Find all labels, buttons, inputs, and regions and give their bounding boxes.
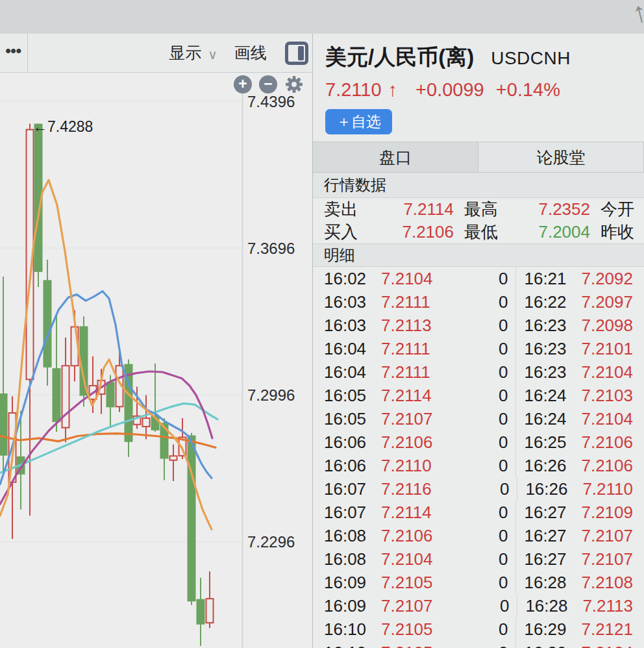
stat-value: 7.2004: [514, 222, 590, 242]
chart-canvas[interactable]: 7.43967.36967.29967.2296←7.4288: [0, 73, 312, 648]
tick-time: 16:23: [524, 316, 581, 336]
candle-body: [62, 366, 69, 427]
gear-icon[interactable]: [284, 75, 304, 94]
tick-volume: 0: [499, 362, 508, 382]
candle-body: [44, 280, 51, 367]
tick-time: 16:29: [524, 619, 581, 640]
stat-label: 买入: [324, 221, 381, 243]
tick-time: 16:09: [324, 573, 381, 593]
tick-row: 16:037.2111016:227.2097: [313, 290, 644, 314]
tick-time: 16:04: [324, 362, 381, 382]
tick-price: 7.2104: [581, 362, 633, 382]
cursor-arrow-icon: ↑: [628, 0, 644, 30]
tick-volume: 0: [499, 292, 508, 312]
tick-time: 16:06: [324, 456, 381, 476]
tick-time: 16:06: [324, 432, 381, 453]
price-change-percent: +0.14%: [496, 79, 560, 100]
candle-body: [170, 456, 177, 460]
candle-body: [107, 382, 114, 406]
tick-time: 16:10: [324, 643, 381, 648]
tick-row: 16:047.2111016:237.2104: [313, 360, 644, 384]
axis-tick-label: 7.4396: [247, 93, 295, 110]
tick-price: 7.2111: [381, 292, 452, 312]
tick-time: 16:30: [524, 643, 581, 648]
tick-row: 16:087.2106016:277.2107: [313, 524, 644, 547]
tick-time: 16:04: [324, 339, 381, 359]
tick-price: 7.2111: [381, 339, 452, 359]
tick-row: 16:067.2110016:267.2106: [313, 454, 644, 477]
tick-volume: 0: [499, 316, 508, 336]
tick-time: 16:02: [324, 269, 381, 289]
tick-price: 7.2107: [381, 596, 452, 616]
tick-row: 16:057.2114016:247.2103: [313, 384, 644, 407]
tick-time: 16:23: [524, 362, 581, 382]
tick-time: 16:08: [324, 549, 381, 569]
add-watchlist-button[interactable]: ＋自选: [325, 109, 392, 134]
tick-row: 16:097.2105016:287.2108: [313, 571, 644, 594]
quote-pane: 美元/人民币(离) USDCNH 7.2110↑ +0.0099 +0.14% …: [312, 34, 644, 648]
tick-volume: 0: [499, 339, 508, 359]
tick-time: 16:05: [324, 386, 381, 406]
zoom-in-button[interactable]: +: [234, 75, 252, 93]
draw-line-button[interactable]: 画线: [234, 42, 267, 64]
tick-price: 7.2104: [581, 409, 633, 429]
toolbar-divider: [27, 34, 28, 72]
tick-volume: 0: [499, 432, 508, 453]
more-options-button[interactable]: •••: [0, 42, 27, 64]
tab-forum[interactable]: 论股堂: [478, 142, 643, 172]
axis-tick-label: 7.3696: [247, 240, 295, 257]
tick-time: 16:27: [524, 549, 581, 569]
tick-volume: 0: [499, 549, 508, 569]
candle-body: [206, 599, 214, 623]
tick-price: 7.2121: [581, 619, 633, 640]
tick-time: 16:08: [324, 526, 381, 546]
right-panel-toggle-icon[interactable]: [285, 42, 308, 65]
chevron-down-icon[interactable]: ∨: [208, 47, 217, 62]
tick-volume: 0: [499, 409, 508, 429]
tick-price: 7.2124: [581, 643, 633, 648]
stat-value: 7.2114: [381, 199, 454, 219]
tick-row: 16:097.2107016:287.2113: [313, 594, 644, 617]
tick-volume: 0: [499, 503, 508, 523]
chart-toolbar: ••• 显示 ∨ 画线: [0, 34, 312, 73]
display-menu-button[interactable]: 显示: [169, 42, 201, 64]
stat-label: 最高: [464, 198, 514, 221]
tab-order-book[interactable]: 盘口: [313, 142, 478, 172]
tick-price: 7.2116: [381, 479, 452, 499]
market-stat-row: 买入7.2106最低7.2004昨收: [313, 221, 644, 243]
candle-body: [143, 418, 150, 427]
tick-table[interactable]: 16:027.2104016:217.209216:037.2111016:22…: [313, 267, 644, 648]
tick-price: 7.2113: [582, 596, 633, 616]
tick-volume: 0: [500, 596, 509, 616]
tick-price: 7.2104: [381, 269, 452, 289]
stat-label: 今开: [601, 198, 634, 221]
candle-body: [53, 369, 60, 421]
stat-value: 7.2106: [381, 222, 454, 242]
instrument-symbol: USDCNH: [491, 48, 571, 69]
axis-tick-label: 7.2996: [247, 386, 295, 404]
candlestick-chart[interactable]: + − 7.43967.36967.29967.2296←7.4288: [0, 73, 312, 648]
tick-volume: 0: [499, 643, 508, 648]
tick-row: 16:057.2107016:247.2104: [313, 407, 644, 430]
tick-time: 16:07: [324, 503, 381, 523]
instrument-title: 美元/人民币(离): [325, 43, 474, 72]
tick-row: 16:077.2114016:277.2109: [313, 501, 644, 524]
stat-value: 7.2352: [514, 199, 590, 219]
tick-price: 7.2107: [581, 549, 633, 569]
tick-time: 16:22: [524, 292, 581, 312]
tick-time: 16:03: [324, 292, 381, 312]
tick-volume: 0: [499, 386, 508, 406]
quote-tabs: 盘口 论股堂: [313, 142, 644, 173]
candle-body: [197, 600, 204, 624]
tick-price: 7.2106: [381, 526, 452, 546]
tick-price: 7.2108: [581, 573, 633, 593]
zoom-out-button[interactable]: −: [259, 75, 277, 93]
tick-volume: 0: [499, 526, 508, 546]
tick-price: 7.2101: [581, 339, 633, 359]
tick-price: 7.2103: [581, 386, 633, 406]
tick-price: 7.2097: [581, 292, 633, 312]
tick-time: 16:24: [524, 386, 581, 406]
tick-row: 16:107.2105016:307.2124: [313, 641, 644, 648]
tick-time: 16:09: [324, 596, 381, 616]
up-arrow-icon: ↑: [388, 79, 398, 100]
